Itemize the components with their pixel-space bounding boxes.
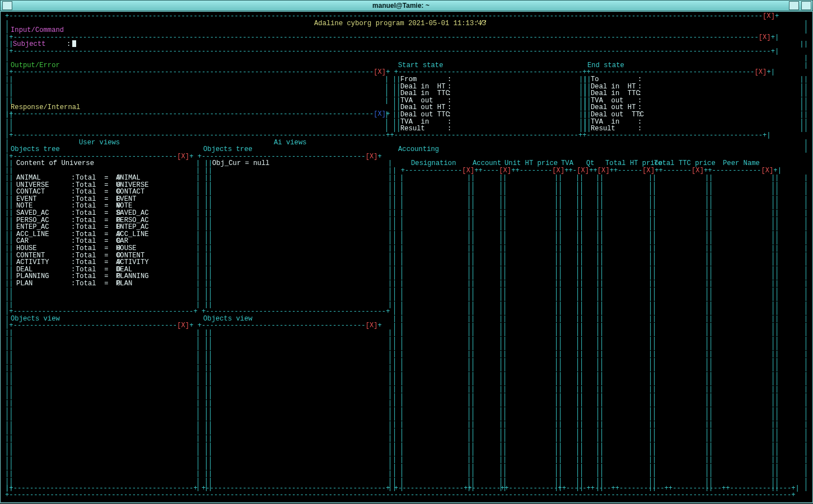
close-icon[interactable]: [X]	[759, 34, 771, 41]
universe-row-name[interactable]: ENTEP_AC	[16, 224, 49, 231]
close-icon[interactable]: [X]	[462, 167, 474, 175]
objects-tree-user-label: Objects tree	[11, 146, 60, 153]
close-icon[interactable]: [X]	[597, 167, 610, 175]
close-icon[interactable]: [X]	[177, 322, 189, 329]
accounting-label: Accounting	[398, 146, 439, 153]
acct-col-unit-ht: Unit HT price	[504, 160, 558, 167]
top-border: +---------------------------------------…	[5, 13, 808, 20]
minimize-button[interactable]	[789, 1, 799, 10]
user-views-label: User views	[79, 139, 120, 147]
universe-row-total: Total = 0	[76, 245, 120, 252]
close-icon[interactable]: [X]	[754, 68, 767, 76]
bottom-border: +---------------------------------------…	[5, 492, 808, 499]
tree-border-bottom: |+--------------------------------------…	[5, 308, 390, 315]
acct-col-peer: Peer Name	[723, 160, 760, 167]
universe-row-type: ACTIVITY	[116, 259, 149, 266]
obj-cur-value: Obj_Cur = null	[212, 160, 269, 167]
cwd-path: '/'	[475, 20, 488, 27]
end-state-row: Deal out TTC	[591, 111, 644, 119]
input-border: |+--------------------------------------…	[5, 34, 779, 41]
universe-row-name[interactable]: ANIMAL	[16, 175, 41, 182]
universe-row-total: Total = 0	[76, 210, 120, 217]
output-border: |+--------------------------------------…	[5, 69, 775, 76]
view-border: |+--------------------------------------…	[5, 322, 382, 329]
universe-row-total: Total = 0	[76, 189, 120, 196]
universe-row-total: Total = 0	[76, 280, 120, 288]
window-title: manuel@Tamie: ~	[14, 2, 788, 10]
end-state-row: To	[591, 76, 599, 83]
acct-col-designation: Designation	[411, 160, 456, 167]
universe-row-type: PLAN	[116, 280, 132, 288]
response-border: |+--------------------------------------…	[5, 111, 390, 118]
program-header: Adaline cyborg program 2021-05-01 11:13:…	[314, 20, 486, 27]
universe-row-total: Total = 0	[76, 259, 120, 266]
close-icon[interactable]: [X]	[366, 322, 378, 329]
window-titlebar[interactable]: manuel@Tamie: ~	[0, 0, 813, 11]
start-state-row: Deal in TTC	[400, 90, 450, 97]
acct-col-account: Account	[473, 160, 501, 167]
universe-row-name[interactable]: CONTACT	[16, 189, 45, 196]
universe-row-type: HOUSE	[116, 245, 137, 252]
objects-tree-ai-label: Objects tree	[203, 146, 253, 153]
close-icon[interactable]: [X]	[366, 153, 378, 161]
universe-row-type: ANIMAL	[116, 175, 141, 182]
close-icon[interactable]: [X]	[691, 167, 704, 175]
universe-row-type: SAVED_AC	[116, 210, 149, 217]
close-icon[interactable]: [X]	[499, 167, 511, 175]
universe-row-type: CONTACT	[116, 189, 144, 196]
system-menu-icon[interactable]	[2, 1, 12, 10]
acct-col-tva: TVA	[561, 160, 573, 167]
prompt-label: Subjectt	[13, 41, 46, 48]
input-panel-label: Input/Command	[11, 27, 64, 34]
close-icon[interactable]: [X]	[373, 68, 386, 76]
close-icon[interactable]: [X]	[373, 110, 386, 118]
acct-col-qt: Qt	[586, 160, 595, 167]
close-icon[interactable]: [X]	[761, 167, 773, 175]
prompt-separator: :	[67, 41, 71, 48]
input-border-bottom: |+--------------------------------------…	[5, 48, 779, 55]
maximize-button[interactable]	[801, 1, 811, 10]
universe-row-name[interactable]: PLAN	[16, 280, 32, 288]
universe-row-type: ENTEP_AC	[116, 224, 149, 231]
content-universe-title: Content of Universe	[16, 160, 94, 167]
universe-row-total: Total = 0	[76, 175, 120, 182]
close-icon[interactable]: [X]	[177, 153, 189, 161]
close-icon[interactable]: [X]	[552, 167, 564, 175]
universe-row-name[interactable]: HOUSE	[16, 245, 37, 252]
start-state-row: Deal out TTC	[400, 111, 450, 119]
close-icon[interactable]: [X]	[642, 167, 655, 175]
universe-row-name[interactable]: ACTIVITY	[16, 259, 49, 266]
mid-divider: |+--------------------------------------…	[5, 132, 808, 139]
universe-row-total: Total = 0	[76, 224, 120, 231]
start-state-row: From	[400, 76, 417, 83]
ai-views-label: Ai views	[274, 139, 307, 147]
acct-col-border: | +--------------[X]++----[X]++--------[…	[393, 167, 782, 175]
universe-row-name[interactable]: SAVED_AC	[16, 210, 49, 217]
end-state-row: Deal in TTC	[591, 90, 640, 97]
terminal-area[interactable]: +---------------------------------------…	[0, 11, 813, 503]
close-icon[interactable]: [X]	[763, 12, 775, 20]
close-icon[interactable]: [X]	[577, 167, 589, 175]
text-cursor[interactable]	[72, 40, 76, 47]
acct-col-total-ttc: Total TTC price	[654, 160, 716, 167]
